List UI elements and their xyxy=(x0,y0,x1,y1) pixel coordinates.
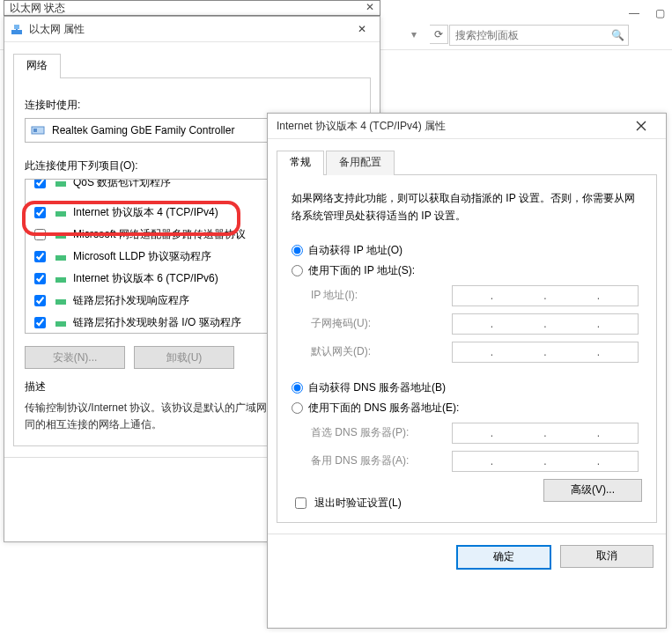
row-ip-address: IP 地址(I): ... xyxy=(311,285,642,306)
advanced-button[interactable]: 高级(V)... xyxy=(543,479,642,502)
window-minimize-icon[interactable]: — xyxy=(629,7,639,19)
tab-alternate[interactable]: 备用配置 xyxy=(326,151,395,175)
search-input[interactable] xyxy=(454,28,611,42)
connect-using-label: 连接时使用: xyxy=(25,98,359,113)
item-checkbox[interactable] xyxy=(34,273,46,284)
item-label: Microsoft 网络适配器多路传送器协议 xyxy=(73,227,246,242)
tabs: 网络 xyxy=(13,53,371,78)
item-label: Microsoft LLDP 协议驱动程序 xyxy=(73,249,211,264)
radio-label: 自动获得 IP 地址(O) xyxy=(308,243,402,258)
uninstall-button[interactable]: 卸载(U) xyxy=(134,346,234,369)
radio-manual-dns[interactable]: 使用下面的 DNS 服务器地址(E): xyxy=(292,401,642,416)
radio-label: 使用下面的 DNS 服务器地址(E): xyxy=(308,401,459,416)
refresh-icon[interactable]: ⟳ xyxy=(430,25,448,44)
ethernet-status-window: 以太网 状态 ✕ xyxy=(4,0,380,16)
radio-input[interactable] xyxy=(292,245,303,256)
protocol-icon xyxy=(54,228,68,242)
item-checkbox[interactable] xyxy=(34,251,46,262)
radio-auto-ip[interactable]: 自动获得 IP 地址(O) xyxy=(292,243,642,258)
adapter-name: Realtek Gaming GbE Family Controller xyxy=(52,124,234,136)
radio-auto-dns[interactable]: 自动获得 DNS 服务器地址(B) xyxy=(292,380,642,395)
svg-rect-9 xyxy=(55,277,66,283)
control-panel-search[interactable]: 🔍 xyxy=(449,25,629,46)
svg-rect-11 xyxy=(55,321,66,327)
ethernet-status-title: 以太网 状态 xyxy=(4,2,70,14)
protocol-icon xyxy=(54,179,68,190)
item-label: Internet 协议版本 4 (TCP/IPv4) xyxy=(73,205,218,220)
svg-rect-8 xyxy=(55,255,66,261)
validate-checkbox[interactable] xyxy=(295,497,306,509)
radio-manual-ip[interactable]: 使用下面的 IP 地址(S): xyxy=(292,263,642,278)
tab-network[interactable]: 网络 xyxy=(13,54,61,78)
svg-rect-2 xyxy=(16,29,18,31)
search-icon: 🔍 xyxy=(611,29,624,41)
item-checkbox[interactable] xyxy=(34,295,46,306)
item-label: 链路层拓扑发现响应程序 xyxy=(73,293,189,308)
row-dns2: 备用 DNS 服务器(A): ... xyxy=(311,451,642,472)
alternate-dns-label: 备用 DNS 服务器(A): xyxy=(311,453,452,468)
dialog-title: 以太网 属性 xyxy=(29,22,344,37)
item-checkbox[interactable] xyxy=(34,207,46,218)
cancel-button[interactable]: 取消 xyxy=(560,545,654,568)
nic-icon xyxy=(31,123,45,137)
validate-label: 退出时验证设置(L) xyxy=(314,496,402,511)
ipv4-properties-dialog: Internet 协议版本 4 (TCP/IPv4) 属性 常规 备用配置 如果… xyxy=(267,113,667,629)
install-button[interactable]: 安装(N)... xyxy=(25,346,125,369)
radio-input[interactable] xyxy=(292,402,303,414)
tabs: 常规 备用配置 xyxy=(277,150,657,175)
radio-input[interactable] xyxy=(292,265,303,276)
network-icon xyxy=(10,22,24,36)
svg-rect-10 xyxy=(55,299,66,305)
protocol-icon xyxy=(54,294,68,308)
item-checkbox[interactable] xyxy=(34,317,46,328)
row-dns1: 首选 DNS 服务器(P): ... xyxy=(311,423,642,444)
protocol-icon xyxy=(54,206,68,220)
radio-label: 自动获得 DNS 服务器地址(B) xyxy=(308,380,446,395)
titlebar: Internet 协议版本 4 (TCP/IPv4) 属性 xyxy=(268,114,666,139)
alternate-dns-input[interactable]: ... xyxy=(452,451,639,472)
item-checkbox[interactable] xyxy=(34,229,46,240)
subnet-mask-input[interactable]: ... xyxy=(452,313,639,335)
default-gateway-input[interactable]: ... xyxy=(452,342,639,363)
svg-rect-4 xyxy=(33,129,37,132)
titlebar: 以太网 属性 ✕ xyxy=(4,17,380,42)
preferred-dns-label: 首选 DNS 服务器(P): xyxy=(311,425,452,440)
close-button[interactable]: ✕ xyxy=(350,23,374,35)
subnet-mask-label: 子网掩码(U): xyxy=(311,316,452,331)
item-label: 链路层拓扑发现映射器 I/O 驱动程序 xyxy=(73,315,241,330)
radio-input[interactable] xyxy=(292,382,303,394)
svg-rect-1 xyxy=(14,25,19,29)
item-label: QoS 数据包计划程序 xyxy=(73,179,171,190)
svg-rect-6 xyxy=(55,211,66,217)
default-gateway-label: 默认网关(D): xyxy=(311,344,452,359)
dialog-title: Internet 协议版本 4 (TCP/IPv4) 属性 xyxy=(273,119,631,134)
window-maximize-icon[interactable]: ▢ xyxy=(655,7,665,19)
ip-address-input[interactable]: ... xyxy=(452,285,639,306)
nav-dropdown-icon[interactable]: ▾ xyxy=(405,26,423,43)
row-default-gateway: 默认网关(D): ... xyxy=(311,342,642,363)
ok-button[interactable]: 确定 xyxy=(456,545,551,570)
item-checkbox[interactable] xyxy=(34,179,46,188)
validate-on-exit[interactable]: 退出时验证设置(L) xyxy=(292,495,402,512)
preferred-dns-input[interactable]: ... xyxy=(452,423,639,444)
intro-text: 如果网络支持此功能，则可以获取自动指派的 IP 设置。否则，你需要从网络系统管理… xyxy=(292,189,642,225)
close-button[interactable] xyxy=(636,121,661,131)
protocol-icon xyxy=(54,250,68,264)
protocol-icon xyxy=(54,272,68,286)
radio-label: 使用下面的 IP 地址(S): xyxy=(308,263,415,278)
protocol-icon xyxy=(54,316,68,330)
svg-rect-5 xyxy=(55,181,66,187)
svg-rect-7 xyxy=(55,233,66,239)
tab-general[interactable]: 常规 xyxy=(277,151,324,175)
ip-address-label: IP 地址(I): xyxy=(311,288,452,303)
close-icon[interactable]: ✕ xyxy=(366,1,374,13)
item-label: Internet 协议版本 6 (TCP/IPv6) xyxy=(73,271,218,286)
row-subnet-mask: 子网掩码(U): ... xyxy=(311,313,642,335)
